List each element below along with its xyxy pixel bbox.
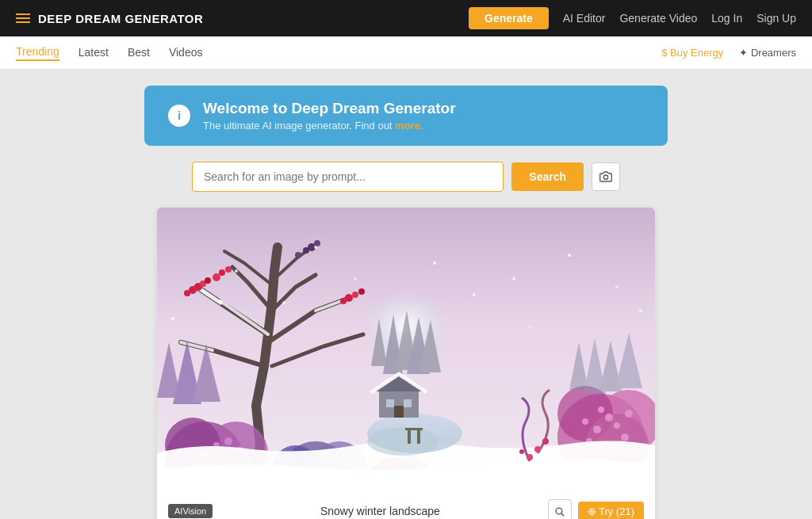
svg-point-66 — [314, 246, 317, 249]
top-navigation: DEEP DREAM GENERATOR Generate AI Editor … — [0, 0, 812, 36]
svg-point-65 — [235, 269, 238, 273]
hamburger-icon[interactable] — [16, 13, 30, 23]
banner-more-link[interactable]: more. — [395, 120, 423, 132]
sub-navigation: Trending Latest Best Videos $ Buy Energy… — [0, 36, 812, 70]
sub-nav-right: $ Buy Energy ✦ Dreamers — [661, 47, 796, 59]
tab-trending[interactable]: Trending — [16, 45, 59, 61]
sub-nav-tabs: Trending Latest Best Videos — [16, 45, 202, 61]
tab-best[interactable]: Best — [128, 46, 150, 60]
svg-point-85 — [542, 438, 549, 445]
svg-point-18 — [340, 298, 347, 304]
banner-title: Welcome to Deep Dream Generator — [203, 100, 456, 117]
banner-text: Welcome to Deep Dream Generator The ulti… — [203, 100, 456, 132]
tab-videos[interactable]: Videos — [169, 46, 203, 60]
image-search-button[interactable] — [548, 499, 572, 519]
search-input-wrap — [192, 162, 504, 192]
generate-video-link[interactable]: Generate Video — [619, 12, 697, 25]
svg-point-43 — [224, 437, 232, 445]
svg-point-22 — [303, 247, 309, 254]
svg-point-13 — [213, 273, 220, 281]
svg-point-70 — [615, 285, 619, 288]
svg-point-34 — [582, 418, 588, 425]
svg-point-11 — [205, 277, 211, 284]
banner-subtitle: The ultimate AI image generator. Find ou… — [203, 120, 456, 132]
svg-point-76 — [171, 317, 174, 320]
svg-point-73 — [529, 326, 531, 328]
image-card-footer: AIVision Snowy winter landscape ⊕ Try (2… — [157, 491, 655, 519]
svg-rect-64 — [405, 428, 423, 430]
tab-latest[interactable]: Latest — [79, 46, 109, 60]
svg-point-56 — [367, 427, 439, 456]
ai-badge: AIVision — [168, 504, 213, 518]
svg-point-12 — [184, 290, 190, 296]
svg-point-67 — [433, 261, 436, 265]
svg-point-33 — [598, 406, 604, 413]
svg-point-14 — [219, 269, 225, 276]
svg-point-84 — [534, 446, 541, 452]
svg-point-0 — [603, 175, 607, 179]
signup-link[interactable]: Sign Up — [756, 12, 796, 25]
svg-point-69 — [568, 254, 571, 257]
image-actions: ⊕ Try (21) — [548, 499, 644, 519]
svg-point-28 — [593, 426, 601, 433]
welcome-banner: i Welcome to Deep Dream Generator The ul… — [144, 86, 668, 146]
info-icon: i — [168, 105, 190, 127]
svg-point-68 — [512, 277, 515, 280]
login-link[interactable]: Log In — [711, 12, 742, 25]
image-title: Snowy winter landscape — [320, 505, 440, 517]
svg-rect-59 — [386, 399, 394, 407]
svg-line-89 — [561, 513, 564, 515]
svg-point-32 — [625, 410, 633, 418]
svg-point-23 — [295, 252, 301, 258]
svg-rect-61 — [394, 406, 404, 418]
dreamers-link[interactable]: ✦ Dreamers — [739, 47, 796, 59]
svg-point-17 — [352, 292, 358, 298]
search-container: Search — [192, 162, 620, 192]
ai-editor-link[interactable]: AI Editor — [563, 12, 606, 25]
logo[interactable]: DEEP DREAM GENERATOR — [16, 12, 203, 25]
svg-point-74 — [354, 278, 357, 280]
svg-point-87 — [519, 449, 524, 454]
svg-point-21 — [314, 240, 320, 246]
search-button[interactable]: Search — [511, 162, 584, 191]
search-input[interactable] — [192, 162, 504, 192]
buy-energy-link[interactable]: $ Buy Energy — [661, 47, 723, 59]
svg-point-29 — [605, 414, 613, 422]
svg-point-71 — [282, 301, 285, 304]
generate-button[interactable]: Generate — [469, 7, 549, 29]
svg-point-19 — [358, 288, 365, 295]
main-content: i Welcome to Deep Dream Generator The ul… — [0, 70, 812, 519]
image-area — [157, 208, 655, 491]
svg-rect-60 — [404, 399, 412, 407]
try-button[interactable]: ⊕ Try (21) — [578, 502, 644, 520]
svg-point-72 — [473, 293, 476, 296]
camera-search-button[interactable] — [592, 162, 620, 191]
svg-point-75 — [639, 309, 642, 312]
svg-point-15 — [225, 266, 232, 273]
nav-right: Generate AI Editor Generate Video Log In… — [469, 7, 796, 29]
svg-point-31 — [614, 422, 620, 429]
svg-point-35 — [621, 433, 629, 441]
image-card: AIVision Snowy winter landscape ⊕ Try (2… — [157, 208, 655, 519]
brand-name: DEEP DREAM GENERATOR — [38, 12, 203, 25]
svg-point-86 — [527, 454, 533, 460]
